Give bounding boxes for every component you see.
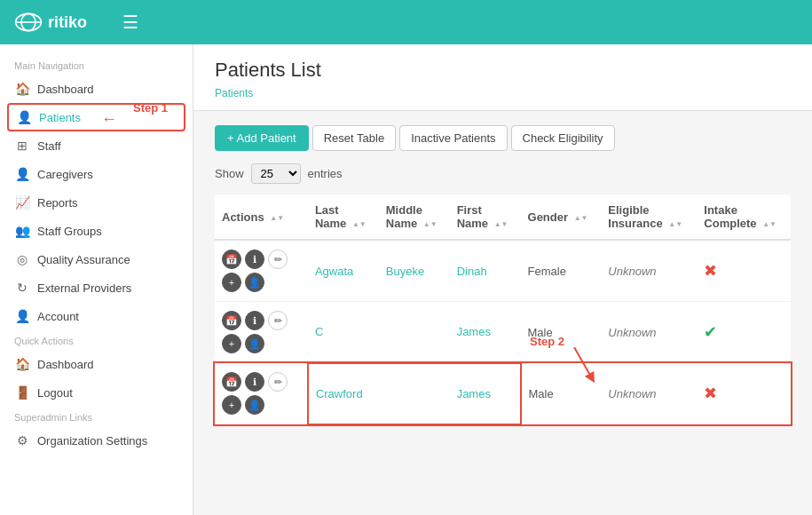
page-header: Patients List Patients <box>193 44 812 111</box>
insurance-cell: Unknown <box>601 363 697 424</box>
status-red-icon: ✖ <box>704 262 717 280</box>
sidebar-item-label: Logout <box>37 386 73 400</box>
logo-text: ritiko <box>48 13 87 32</box>
logo-icon <box>14 8 43 36</box>
show-label: Show <box>215 167 244 180</box>
add-icon[interactable]: + <box>222 273 241 292</box>
col-first-name: FirstName ▲▼ <box>450 194 521 240</box>
last-name-link[interactable]: C <box>315 325 323 338</box>
first-name-link[interactable]: James <box>457 387 491 400</box>
first-name-cell: Dinah <box>450 240 521 302</box>
step1-arrow: ← <box>101 110 117 129</box>
sidebar-item-label: Reports <box>37 196 78 210</box>
person-icon[interactable]: 👤 <box>245 395 264 415</box>
sidebar-item-reports[interactable]: 📈 Reports <box>0 188 193 217</box>
status-red-icon: ✖ <box>704 384 717 402</box>
person-icon[interactable]: 👤 <box>245 273 264 292</box>
breadcrumb: Patients <box>215 87 791 99</box>
insurance-sort[interactable]: ▲▼ <box>668 220 682 228</box>
edit-icon[interactable]: ✏ <box>268 311 288 330</box>
first-name-cell: James <box>450 302 521 363</box>
page-title: Patients List <box>215 59 791 82</box>
first-name-cell: James <box>450 363 521 424</box>
row-actions: 📅 ℹ ✏ + 👤 <box>215 240 308 302</box>
patients-table: Actions ▲▼ LastName ▲▼ MiddleName ▲▼ <box>215 194 791 425</box>
calendar-icon[interactable]: 📅 <box>222 372 241 392</box>
entries-label: entries <box>308 167 343 180</box>
patients-icon: 👤 <box>16 109 32 125</box>
table-row: 📅 ℹ ✏ + 👤 Agwata Buyeke Dinah Female <box>215 240 791 302</box>
sidebar-item-logout[interactable]: 🚪 Logout <box>0 378 193 407</box>
row-actions: 📅 ℹ ✏ + 👤 <box>215 363 308 424</box>
edit-icon[interactable]: ✏ <box>268 372 288 392</box>
first-name-link[interactable]: James <box>457 325 491 338</box>
gender-cell: Male <box>521 302 602 363</box>
superadmin-label: Superadmin Links <box>0 407 193 426</box>
info-icon[interactable]: ℹ <box>245 250 264 269</box>
sidebar: Main Navigation 🏠 Dashboard 👤 Patients S… <box>0 44 193 515</box>
sidebar-item-external-providers[interactable]: ↻ External Providers <box>0 273 193 302</box>
add-icon[interactable]: + <box>222 334 241 353</box>
ext-providers-icon: ↻ <box>14 280 30 296</box>
staff-groups-icon: 👥 <box>14 223 30 239</box>
last-name-link[interactable]: Agwata <box>315 265 353 278</box>
add-icon[interactable]: + <box>222 395 241 415</box>
col-last-name: LastName ▲▼ <box>308 194 379 240</box>
settings-icon: ⚙ <box>14 432 30 448</box>
person-icon[interactable]: 👤 <box>245 334 264 353</box>
firstname-sort[interactable]: ▲▼ <box>494 220 508 228</box>
actions-sort[interactable]: ▲▼ <box>270 214 284 222</box>
reports-icon: 📈 <box>14 194 30 210</box>
lastname-sort[interactable]: ▲▼ <box>352 220 367 228</box>
sidebar-item-staff[interactable]: ⊞ Staff <box>0 131 193 160</box>
app-header: ritiko ☰ <box>0 0 812 44</box>
content-area: + Add Patient Reset Table Inactive Patie… <box>193 111 812 440</box>
first-name-link[interactable]: Dinah <box>457 265 487 278</box>
info-icon[interactable]: ℹ <box>245 372 264 392</box>
gender-sort[interactable]: ▲▼ <box>574 214 588 222</box>
entries-select[interactable]: 10 25 50 100 <box>251 163 301 184</box>
step1-label: Step 1 <box>133 101 168 115</box>
reset-table-button[interactable]: Reset Table <box>312 125 396 151</box>
sidebar-item-label: Quality Assurance <box>37 253 130 266</box>
action-icons: 📅 ℹ ✏ + 👤 <box>222 250 293 292</box>
info-icon[interactable]: ℹ <box>245 311 264 330</box>
show-entries: Show 10 25 50 100 entries <box>215 163 791 184</box>
check-eligibility-button[interactable]: Check Eligibility <box>511 125 615 151</box>
table-row: 📅 ℹ ✏ + 👤 C James Male <box>215 302 791 363</box>
logo: ritiko <box>14 8 87 36</box>
inactive-patients-button[interactable]: Inactive Patients <box>399 125 507 151</box>
last-name-link[interactable]: Crawford <box>316 387 363 400</box>
hamburger-menu[interactable]: ☰ <box>122 12 138 33</box>
middle-name-link[interactable]: Buyeke <box>386 265 424 278</box>
calendar-icon[interactable]: 📅 <box>222 311 241 330</box>
middlename-sort[interactable]: ▲▼ <box>423 220 438 228</box>
sidebar-item-label: Caregivers <box>37 168 93 181</box>
calendar-icon[interactable]: 📅 <box>222 250 241 269</box>
add-patient-button[interactable]: + Add Patient <box>215 125 309 151</box>
sidebar-item-account[interactable]: 👤 Account <box>0 302 193 330</box>
home-icon: 🏠 <box>14 81 30 97</box>
action-icons: 📅 ℹ ✏ + 👤 <box>222 372 293 415</box>
sidebar-item-patients[interactable]: 👤 Patients Step 1 ← <box>7 103 185 131</box>
body-layout: Main Navigation 🏠 Dashboard 👤 Patients S… <box>0 44 812 515</box>
sidebar-item-label: Account <box>37 310 79 323</box>
sidebar-item-dashboard[interactable]: 🏠 Dashboard <box>0 75 193 103</box>
sidebar-item-quality-assurance[interactable]: ◎ Quality Assurance <box>0 245 193 273</box>
col-actions: Actions ▲▼ <box>215 194 308 240</box>
intake-sort[interactable]: ▲▼ <box>762 220 777 228</box>
status-green-icon: ✔ <box>704 323 717 341</box>
edit-icon[interactable]: ✏ <box>268 250 288 269</box>
table-wrapper: Step 2 <box>215 194 791 425</box>
intake-cell: ✖ <box>697 240 791 302</box>
sidebar-item-caregivers[interactable]: 👤 Caregivers <box>0 160 193 188</box>
intake-cell: ✔ <box>697 302 791 363</box>
sidebar-item-q-dashboard[interactable]: 🏠 Dashboard <box>0 350 193 378</box>
gender-cell: Female <box>521 240 602 302</box>
qa-icon: ◎ <box>14 251 30 267</box>
sidebar-item-org-settings[interactable]: ⚙ Organization Settings <box>0 426 193 455</box>
sidebar-item-label: Organization Settings <box>37 434 147 448</box>
sidebar-item-staff-groups[interactable]: 👥 Staff Groups <box>0 217 193 245</box>
middle-name-cell <box>379 302 450 363</box>
sidebar-item-label: External Providers <box>37 281 131 295</box>
